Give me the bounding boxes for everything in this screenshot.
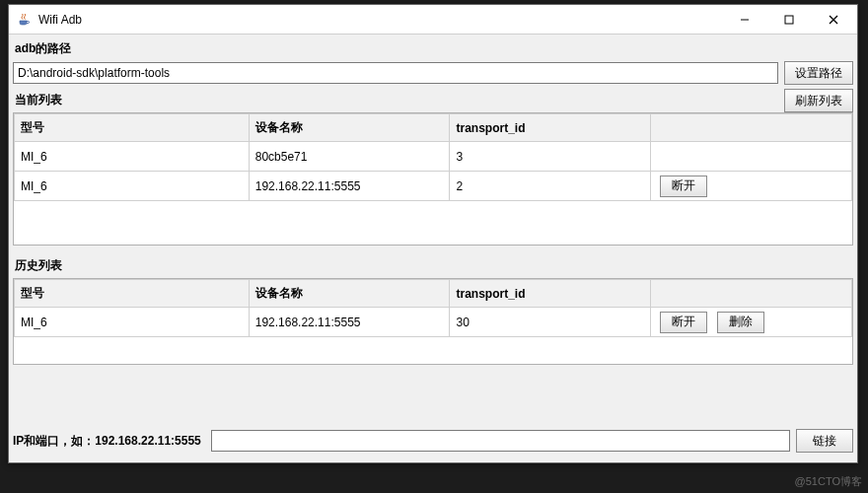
- table-header-row: 型号 设备名称 transport_id: [15, 280, 852, 308]
- set-path-button[interactable]: 设置路径: [784, 61, 853, 85]
- table-row[interactable]: MI_6 192.168.22.11:5555 30 断开 删除: [15, 308, 852, 337]
- col-actions[interactable]: [651, 114, 852, 142]
- window-title: Wifi Adb: [38, 13, 722, 27]
- col-tid[interactable]: transport_id: [450, 280, 651, 308]
- titlebar: Wifi Adb: [9, 5, 857, 35]
- cell-model: MI_6: [15, 308, 250, 337]
- minimize-icon: [740, 15, 750, 25]
- history-list-heading: 历史列表: [13, 255, 853, 278]
- app-window: Wifi Adb adb的路径 设置路径 当前列表 刷新列表: [8, 4, 858, 463]
- col-name[interactable]: 设备名称: [249, 114, 450, 142]
- watermark: @51CTO博客: [795, 474, 862, 489]
- connect-button[interactable]: 链接: [796, 429, 853, 453]
- cell-name: 80cb5e71: [249, 142, 450, 172]
- col-actions[interactable]: [651, 280, 852, 308]
- refresh-list-button[interactable]: 刷新列表: [784, 89, 853, 112]
- cell-tid: 30: [450, 308, 651, 337]
- delete-button[interactable]: 删除: [717, 312, 764, 333]
- ip-port-input[interactable]: [211, 430, 790, 452]
- cell-actions: 断开: [651, 172, 852, 201]
- close-icon: [829, 15, 838, 25]
- java-cup-icon: [17, 12, 33, 28]
- cell-name: 192.168.22.11:5555: [249, 308, 450, 337]
- cell-tid: 2: [450, 172, 651, 201]
- col-tid[interactable]: transport_id: [450, 114, 651, 142]
- minimize-button[interactable]: [722, 6, 766, 34]
- cell-actions: 断开 删除: [651, 308, 852, 337]
- col-model[interactable]: 型号: [15, 114, 250, 142]
- maximize-button[interactable]: [766, 6, 811, 34]
- ip-port-label: IP和端口，如：192.168.22.11:5555: [13, 433, 205, 450]
- adb-path-input[interactable]: [13, 62, 778, 84]
- close-button[interactable]: [811, 6, 855, 34]
- adb-path-label: adb的路径: [13, 38, 853, 61]
- cell-actions: [651, 142, 852, 172]
- table-header-row: 型号 设备名称 transport_id: [15, 114, 852, 142]
- svg-rect-1: [785, 16, 793, 24]
- history-list-table: 型号 设备名称 transport_id MI_6 192.168.22.11:…: [13, 278, 853, 365]
- current-list-heading: 当前列表: [13, 90, 778, 112]
- table-row[interactable]: MI_6 80cb5e71 3: [15, 142, 852, 172]
- cell-model: MI_6: [15, 172, 250, 201]
- current-list-table: 型号 设备名称 transport_id MI_6 80cb5e71 3 MI_: [13, 112, 853, 246]
- cell-tid: 3: [450, 142, 651, 172]
- disconnect-button[interactable]: 断开: [660, 312, 707, 333]
- disconnect-button[interactable]: 断开: [660, 176, 707, 197]
- content-pane: adb的路径 设置路径 当前列表 刷新列表 型号 设备名称 transport_…: [9, 35, 857, 462]
- table-row[interactable]: MI_6 192.168.22.11:5555 2 断开: [15, 172, 852, 201]
- cell-name: 192.168.22.11:5555: [249, 172, 450, 201]
- col-name[interactable]: 设备名称: [249, 280, 450, 308]
- cell-model: MI_6: [15, 142, 250, 172]
- maximize-icon: [784, 15, 794, 25]
- col-model[interactable]: 型号: [15, 280, 250, 308]
